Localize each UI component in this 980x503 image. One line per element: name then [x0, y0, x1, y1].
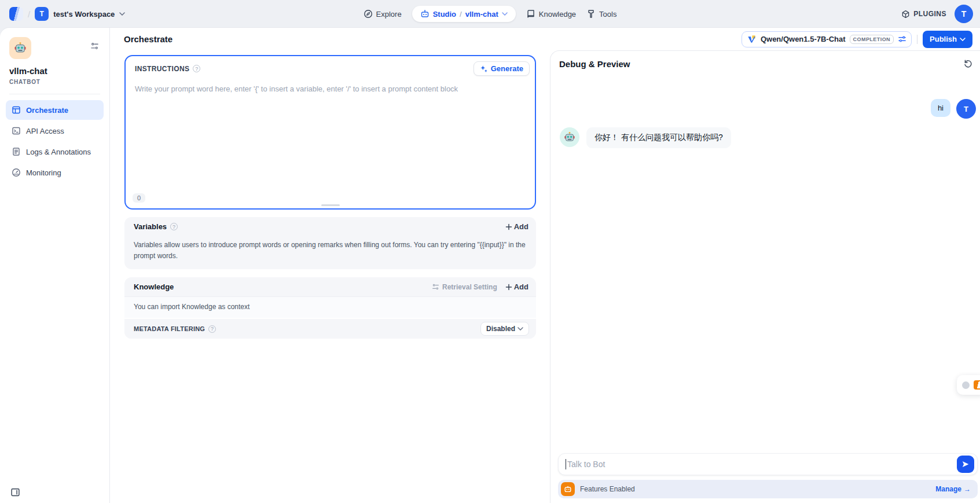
app-type-label: CHATBOT [9, 79, 100, 85]
generate-button[interactable]: Generate [474, 61, 530, 76]
add-variable-button[interactable]: Add [505, 222, 528, 231]
features-icon [561, 482, 575, 496]
user-message-row: hi T [550, 99, 980, 119]
explore-icon [364, 9, 373, 19]
features-enabled-label: Features Enabled [580, 485, 635, 493]
nav-studio-app-name[interactable]: vllm-chat [465, 10, 498, 19]
studio-slash: / [460, 10, 462, 19]
nav-knowledge[interactable]: Knowledge [526, 9, 576, 19]
workspace-name[interactable]: test's Workspace [53, 10, 115, 19]
nav-explore[interactable]: Explore [364, 9, 402, 19]
main-shell: vllm-chat CHATBOT Orchestrate API Access… [0, 28, 980, 503]
publish-button[interactable]: Publish [923, 31, 972, 48]
floating-widget[interactable] [957, 375, 980, 395]
instructions-card: INSTRUCTIONS ? Generate Write your promp… [124, 55, 536, 210]
metadata-filtering-title: METADATA FILTERING [134, 325, 205, 332]
knowledge-icon [526, 9, 535, 19]
text-cursor [566, 459, 566, 469]
package-icon [901, 10, 910, 19]
knowledge-description: You can import Knowledge as context [124, 296, 536, 318]
retrieval-settings-icon [432, 283, 439, 291]
manage-features-link[interactable]: Manage → [935, 485, 971, 493]
model-selector[interactable]: Qwen/Qwen1.5-7B-Chat COMPLETION [742, 31, 912, 47]
top-nav: / T test's Workspace Explore Studio / vl… [0, 0, 980, 28]
nav-explore-label: Explore [376, 10, 402, 19]
knowledge-card: Knowledge Retrieval Setting Add You can … [124, 277, 536, 339]
sidebar-item-orchestrate[interactable]: Orchestrate [6, 100, 104, 120]
breadcrumb-slash: / [28, 9, 30, 19]
content-header: Orchestrate Qwen/Qwen1.5-7B-Chat COMPLET… [110, 28, 980, 50]
help-icon[interactable]: ? [208, 325, 216, 333]
prompt-editor[interactable]: Write your prompt word here, enter '{' t… [135, 85, 526, 93]
add-label: Add [514, 282, 528, 291]
model-params-icon[interactable] [898, 35, 906, 43]
plugins-button[interactable]: PLUGINS [901, 10, 946, 19]
generate-label: Generate [491, 64, 523, 73]
debug-preview-panel: Debug & Preview hi T 你好！ 有什么问题我可以帮助你吗? [550, 50, 980, 503]
logs-icon [12, 147, 21, 156]
char-count-badge: 0 [133, 193, 145, 203]
app-name: vllm-chat [9, 66, 100, 76]
vllm-icon [747, 34, 757, 44]
orchestrate-icon [12, 105, 21, 115]
send-icon [961, 460, 970, 468]
bot-chat-avatar [560, 127, 579, 147]
robot-icon [420, 9, 430, 19]
instructions-title: INSTRUCTIONS [135, 65, 189, 73]
plus-icon [505, 223, 512, 230]
metadata-filtering-row: METADATA FILTERING ? Disabled [124, 318, 536, 339]
page-title: Orchestrate [124, 34, 172, 44]
add-knowledge-button[interactable]: Add [505, 282, 528, 291]
nav-tools[interactable]: Tools [586, 9, 616, 19]
user-avatar[interactable]: T [955, 5, 973, 23]
chevron-down-icon [517, 327, 523, 331]
app-icon[interactable] [9, 37, 31, 59]
dify-orange-icon [974, 380, 980, 390]
user-message-bubble: hi [931, 99, 950, 117]
features-bar: Features Enabled Manage → [558, 480, 978, 498]
chevron-down-icon[interactable] [119, 12, 125, 16]
dify-logo-icon[interactable] [9, 7, 23, 21]
widget-dot-icon [962, 381, 970, 389]
app-settings-icon[interactable] [90, 42, 99, 50]
bot-message-bubble: 你好！ 有什么问题我可以帮助你吗? [586, 127, 731, 148]
chat-input-placeholder: Talk to Bot [567, 460, 605, 469]
sidebar-item-label: Orchestrate [26, 106, 68, 115]
variables-card: Variables ? Add Variables allow users to… [124, 217, 536, 269]
sidebar-item-monitoring[interactable]: Monitoring [6, 163, 104, 182]
sidebar-item-logs-annotations[interactable]: Logs & Annotations [6, 142, 104, 161]
debug-preview-title: Debug & Preview [550, 51, 980, 69]
retrieval-setting-button[interactable]: Retrieval Setting [432, 283, 497, 291]
app-sidebar: vllm-chat CHATBOT Orchestrate API Access… [0, 28, 110, 503]
send-button[interactable] [957, 456, 974, 473]
restart-conversation-icon[interactable] [963, 58, 973, 68]
chat-input[interactable]: Talk to Bot [558, 453, 978, 475]
nav-tools-label: Tools [599, 10, 616, 19]
retrieval-setting-label: Retrieval Setting [442, 283, 497, 291]
user-chat-avatar: T [956, 99, 976, 119]
nav-knowledge-label: Knowledge [539, 10, 576, 19]
plus-icon [505, 284, 512, 291]
sidebar-item-api-access[interactable]: API Access [6, 121, 104, 141]
resize-handle[interactable] [321, 204, 340, 206]
sidebar-item-label: Logs & Annotations [26, 148, 91, 156]
knowledge-title: Knowledge [134, 282, 174, 291]
collapse-sidebar-icon[interactable] [10, 487, 20, 497]
metadata-filtering-select[interactable]: Disabled [480, 322, 529, 336]
monitoring-icon [12, 168, 21, 177]
chevron-down-icon [960, 38, 966, 41]
workspace-avatar[interactable]: T [35, 7, 49, 21]
robot-emoji-icon [14, 42, 27, 54]
model-name: Qwen/Qwen1.5-7B-Chat [761, 35, 846, 43]
header-divider [917, 35, 917, 44]
metadata-filtering-value: Disabled [486, 325, 515, 333]
chat-area: hi T 你好！ 有什么问题我可以帮助你吗? [550, 69, 980, 148]
model-mode-badge: COMPLETION [850, 35, 894, 44]
variables-description: Variables allow users to introduce promp… [124, 236, 536, 269]
help-icon[interactable]: ? [170, 223, 178, 230]
help-icon[interactable]: ? [193, 65, 200, 72]
nav-studio[interactable]: Studio / vllm-chat [412, 6, 516, 22]
chevron-down-icon[interactable] [502, 12, 508, 16]
bot-message-row: 你好！ 有什么问题我可以帮助你吗? [550, 127, 980, 148]
sidebar-divider [9, 94, 100, 94]
